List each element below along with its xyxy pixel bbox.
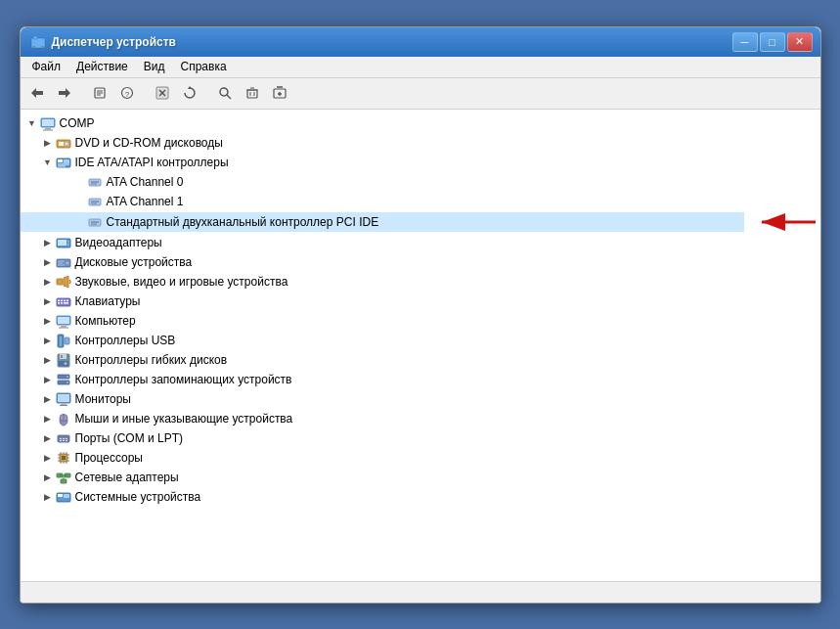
menu-action[interactable]: Действие [68, 58, 136, 75]
tree-node-computer[interactable]: ▶ Компьютер [21, 311, 820, 331]
svg-rect-121 [58, 494, 63, 497]
svg-point-57 [66, 261, 69, 265]
svg-rect-67 [58, 302, 60, 304]
tree-node-pciide[interactable]: ▶ Стандартный двухканальный контроллер P… [21, 212, 744, 232]
svg-point-34 [66, 143, 67, 145]
usb-label: Контроллеры USB [75, 334, 176, 347]
video-adapter-icon [56, 235, 71, 250]
tree-node-dvd[interactable]: ▶ DVD и CD-ROM дисководы [21, 133, 820, 153]
help-button[interactable]: ? [114, 81, 140, 105]
svg-rect-28 [45, 128, 51, 130]
expand-comp[interactable]: ▼ [24, 115, 40, 131]
update-button[interactable] [177, 81, 202, 105]
tree-node-monitors[interactable]: ▶ Мониторы [21, 389, 820, 409]
pciide-row: ▶ Стандартный двухканальный контроллер P… [21, 211, 820, 233]
svg-rect-30 [42, 119, 54, 126]
expand-monitors[interactable]: ▶ [40, 391, 56, 407]
tree-node-comp[interactable]: ▼ COMP [21, 113, 820, 133]
properties-icon [93, 86, 107, 100]
svg-rect-63 [58, 299, 60, 301]
remove-icon [245, 86, 259, 100]
svg-rect-89 [60, 405, 67, 406]
expand-usb[interactable]: ▶ [40, 333, 56, 348]
computer-icon [40, 115, 56, 131]
tree-node-system[interactable]: ▶ Системные устройства [21, 487, 820, 507]
ports-label: Порты (COM и LPT) [75, 431, 184, 445]
disk-label: Дисковые устройства [75, 255, 193, 269]
menu-view[interactable]: Вид [136, 58, 173, 75]
expand-video[interactable]: ▶ [40, 235, 56, 250]
system-icon [56, 489, 71, 505]
window-icon [30, 34, 46, 50]
expand-sound[interactable]: ▶ [40, 274, 56, 290]
minimize-button[interactable]: ─ [732, 32, 758, 52]
close-button[interactable]: ✕ [787, 32, 813, 52]
dvd-label: DVD и CD-ROM дисководы [75, 136, 223, 150]
status-bar [21, 581, 820, 603]
scan-button[interactable] [212, 81, 238, 105]
scan-icon [218, 86, 232, 100]
svg-rect-61 [57, 279, 63, 285]
tree-node-disk[interactable]: ▶ Дисковые устройства [21, 252, 820, 272]
show-hidden-button[interactable] [150, 81, 175, 105]
sound-label: Звуковые, видео и игровые устройства [75, 275, 288, 289]
expand-computer[interactable]: ▶ [40, 313, 56, 329]
cpu-icon [56, 450, 71, 466]
expand-cpu[interactable]: ▶ [40, 450, 56, 466]
tree-node-floppy[interactable]: ▶ Контроллеры гибких дисков [21, 350, 820, 370]
network-label: Сетевые адаптеры [75, 471, 179, 484]
tree-node-ata0[interactable]: ▶ ATA Channel 0 [21, 172, 820, 192]
expand-system[interactable]: ▶ [40, 489, 56, 505]
mice-label: Мыши и иные указывающие устройства [75, 412, 293, 426]
ports-icon [56, 430, 71, 446]
title-buttons: ─ □ ✕ [732, 32, 813, 52]
tree-node-storage[interactable]: ▶ Контроллеры запоминающих устройств [21, 370, 820, 389]
expand-storage[interactable]: ▶ [40, 372, 56, 387]
ide-icon [56, 155, 71, 170]
mouse-icon [56, 411, 71, 427]
tree-node-ports[interactable]: ▶ Порты (COM и LPT) [21, 428, 820, 448]
tree-node-ide[interactable]: ▼ IDE ATA/ATAPI контроллеры [21, 153, 820, 172]
tree-node-keyboard[interactable]: ▶ Клавиатуры [21, 292, 820, 311]
svg-rect-73 [58, 317, 69, 324]
menu-help[interactable]: Справка [173, 58, 235, 75]
expand-mice[interactable]: ▶ [40, 411, 56, 427]
tree-node-video[interactable]: ▶ Видеоадаптеры [21, 233, 820, 252]
svg-text:?: ? [124, 90, 129, 99]
expand-network[interactable]: ▶ [40, 470, 56, 485]
svg-line-17 [227, 95, 231, 99]
expand-ports[interactable]: ▶ [40, 430, 56, 446]
forward-button[interactable] [52, 81, 77, 105]
tree-node-usb[interactable]: ▶ Контроллеры USB [21, 331, 820, 350]
tree-node-network[interactable]: ▶ Сетевые адаптеры [21, 468, 820, 487]
properties-button[interactable] [87, 81, 112, 105]
svg-rect-69 [64, 302, 68, 304]
expand-floppy[interactable]: ▶ [40, 352, 56, 368]
expand-ide[interactable]: ▼ [40, 155, 56, 170]
tree-node-sound[interactable]: ▶ Звуковые, видео и игровые устройства [21, 272, 820, 292]
expand-dvd[interactable]: ▶ [40, 135, 56, 151]
tree-node-cpu[interactable]: ▶ Процес [21, 448, 820, 468]
video-label: Видеоадаптеры [75, 236, 162, 249]
svg-rect-1 [33, 36, 37, 39]
svg-point-98 [60, 439, 62, 441]
expand-disk[interactable]: ▶ [40, 254, 56, 270]
maximize-button[interactable]: □ [760, 32, 785, 52]
title-bar-left: Диспетчер устройств [30, 34, 176, 50]
ata1-label: ATA Channel 1 [107, 195, 184, 208]
add-button[interactable] [267, 81, 292, 105]
expand-keyboard[interactable]: ▶ [40, 293, 56, 309]
tree-node-ata1[interactable]: ▶ ATA Channel 1 [21, 192, 820, 211]
title-bar: Диспетчер устройств ─ □ ✕ [21, 27, 820, 57]
tree-node-mice[interactable]: ▶ Мыши и иные указывающие устройства [21, 409, 820, 428]
remove-button[interactable] [240, 81, 265, 105]
menu-file[interactable]: Файл [24, 58, 69, 75]
svg-rect-54 [67, 241, 69, 243]
svg-point-81 [64, 362, 66, 365]
ata0-label: ATA Channel 0 [107, 175, 184, 189]
svg-point-97 [66, 437, 67, 439]
back-button[interactable] [24, 81, 50, 105]
svg-rect-36 [58, 159, 63, 162]
annotation-arrow [752, 211, 820, 233]
svg-point-95 [60, 437, 62, 439]
